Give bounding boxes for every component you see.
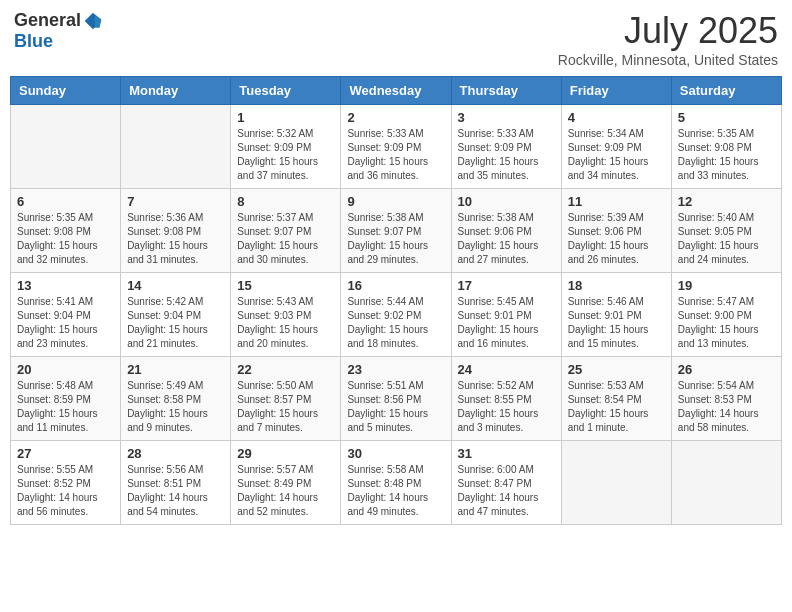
day-info: Sunrise: 5:37 AM Sunset: 9:07 PM Dayligh… xyxy=(237,211,334,267)
day-number: 19 xyxy=(678,278,775,293)
day-info: Sunrise: 5:53 AM Sunset: 8:54 PM Dayligh… xyxy=(568,379,665,435)
day-info: Sunrise: 5:47 AM Sunset: 9:00 PM Dayligh… xyxy=(678,295,775,351)
day-info: Sunrise: 5:33 AM Sunset: 9:09 PM Dayligh… xyxy=(347,127,444,183)
day-number: 8 xyxy=(237,194,334,209)
calendar-cell: 19Sunrise: 5:47 AM Sunset: 9:00 PM Dayli… xyxy=(671,273,781,357)
calendar-header-friday: Friday xyxy=(561,77,671,105)
calendar-cell: 7Sunrise: 5:36 AM Sunset: 9:08 PM Daylig… xyxy=(121,189,231,273)
day-number: 22 xyxy=(237,362,334,377)
calendar-cell: 21Sunrise: 5:49 AM Sunset: 8:58 PM Dayli… xyxy=(121,357,231,441)
calendar-cell: 15Sunrise: 5:43 AM Sunset: 9:03 PM Dayli… xyxy=(231,273,341,357)
day-number: 26 xyxy=(678,362,775,377)
day-info: Sunrise: 5:32 AM Sunset: 9:09 PM Dayligh… xyxy=(237,127,334,183)
calendar-cell: 5Sunrise: 5:35 AM Sunset: 9:08 PM Daylig… xyxy=(671,105,781,189)
calendar-cell: 13Sunrise: 5:41 AM Sunset: 9:04 PM Dayli… xyxy=(11,273,121,357)
calendar-week-5: 27Sunrise: 5:55 AM Sunset: 8:52 PM Dayli… xyxy=(11,441,782,525)
calendar-cell: 29Sunrise: 5:57 AM Sunset: 8:49 PM Dayli… xyxy=(231,441,341,525)
day-number: 9 xyxy=(347,194,444,209)
calendar-header-sunday: Sunday xyxy=(11,77,121,105)
day-number: 14 xyxy=(127,278,224,293)
day-info: Sunrise: 5:54 AM Sunset: 8:53 PM Dayligh… xyxy=(678,379,775,435)
day-info: Sunrise: 5:38 AM Sunset: 9:06 PM Dayligh… xyxy=(458,211,555,267)
day-info: Sunrise: 5:39 AM Sunset: 9:06 PM Dayligh… xyxy=(568,211,665,267)
calendar-cell: 6Sunrise: 5:35 AM Sunset: 9:08 PM Daylig… xyxy=(11,189,121,273)
calendar-cell: 26Sunrise: 5:54 AM Sunset: 8:53 PM Dayli… xyxy=(671,357,781,441)
calendar-cell xyxy=(671,441,781,525)
calendar-cell: 31Sunrise: 6:00 AM Sunset: 8:47 PM Dayli… xyxy=(451,441,561,525)
day-number: 23 xyxy=(347,362,444,377)
calendar-cell: 28Sunrise: 5:56 AM Sunset: 8:51 PM Dayli… xyxy=(121,441,231,525)
calendar-week-2: 6Sunrise: 5:35 AM Sunset: 9:08 PM Daylig… xyxy=(11,189,782,273)
calendar-cell: 24Sunrise: 5:52 AM Sunset: 8:55 PM Dayli… xyxy=(451,357,561,441)
day-info: Sunrise: 5:46 AM Sunset: 9:01 PM Dayligh… xyxy=(568,295,665,351)
day-number: 4 xyxy=(568,110,665,125)
day-number: 7 xyxy=(127,194,224,209)
calendar-cell: 10Sunrise: 5:38 AM Sunset: 9:06 PM Dayli… xyxy=(451,189,561,273)
calendar-cell: 20Sunrise: 5:48 AM Sunset: 8:59 PM Dayli… xyxy=(11,357,121,441)
calendar-cell xyxy=(11,105,121,189)
calendar-cell: 25Sunrise: 5:53 AM Sunset: 8:54 PM Dayli… xyxy=(561,357,671,441)
title-section: July 2025 Rockville, Minnesota, United S… xyxy=(558,10,778,68)
calendar-cell: 27Sunrise: 5:55 AM Sunset: 8:52 PM Dayli… xyxy=(11,441,121,525)
day-number: 18 xyxy=(568,278,665,293)
calendar-header-saturday: Saturday xyxy=(671,77,781,105)
day-number: 10 xyxy=(458,194,555,209)
calendar-cell xyxy=(121,105,231,189)
day-info: Sunrise: 5:57 AM Sunset: 8:49 PM Dayligh… xyxy=(237,463,334,519)
day-info: Sunrise: 5:58 AM Sunset: 8:48 PM Dayligh… xyxy=(347,463,444,519)
month-title: July 2025 xyxy=(558,10,778,52)
day-info: Sunrise: 6:00 AM Sunset: 8:47 PM Dayligh… xyxy=(458,463,555,519)
day-number: 31 xyxy=(458,446,555,461)
calendar-cell: 16Sunrise: 5:44 AM Sunset: 9:02 PM Dayli… xyxy=(341,273,451,357)
day-info: Sunrise: 5:40 AM Sunset: 9:05 PM Dayligh… xyxy=(678,211,775,267)
calendar-table: SundayMondayTuesdayWednesdayThursdayFrid… xyxy=(10,76,782,525)
page-header: General Blue July 2025 Rockville, Minnes… xyxy=(10,10,782,68)
day-number: 17 xyxy=(458,278,555,293)
day-number: 25 xyxy=(568,362,665,377)
day-info: Sunrise: 5:34 AM Sunset: 9:09 PM Dayligh… xyxy=(568,127,665,183)
calendar-cell: 12Sunrise: 5:40 AM Sunset: 9:05 PM Dayli… xyxy=(671,189,781,273)
day-info: Sunrise: 5:52 AM Sunset: 8:55 PM Dayligh… xyxy=(458,379,555,435)
day-info: Sunrise: 5:48 AM Sunset: 8:59 PM Dayligh… xyxy=(17,379,114,435)
day-info: Sunrise: 5:44 AM Sunset: 9:02 PM Dayligh… xyxy=(347,295,444,351)
day-info: Sunrise: 5:35 AM Sunset: 9:08 PM Dayligh… xyxy=(17,211,114,267)
day-number: 3 xyxy=(458,110,555,125)
calendar-cell: 3Sunrise: 5:33 AM Sunset: 9:09 PM Daylig… xyxy=(451,105,561,189)
calendar-cell: 22Sunrise: 5:50 AM Sunset: 8:57 PM Dayli… xyxy=(231,357,341,441)
calendar-week-1: 1Sunrise: 5:32 AM Sunset: 9:09 PM Daylig… xyxy=(11,105,782,189)
day-number: 12 xyxy=(678,194,775,209)
calendar-cell: 11Sunrise: 5:39 AM Sunset: 9:06 PM Dayli… xyxy=(561,189,671,273)
day-number: 27 xyxy=(17,446,114,461)
calendar-cell xyxy=(561,441,671,525)
day-number: 13 xyxy=(17,278,114,293)
day-number: 2 xyxy=(347,110,444,125)
day-number: 1 xyxy=(237,110,334,125)
calendar-cell: 30Sunrise: 5:58 AM Sunset: 8:48 PM Dayli… xyxy=(341,441,451,525)
calendar-cell: 18Sunrise: 5:46 AM Sunset: 9:01 PM Dayli… xyxy=(561,273,671,357)
logo-general-text: General xyxy=(14,10,81,31)
day-number: 21 xyxy=(127,362,224,377)
calendar-cell: 8Sunrise: 5:37 AM Sunset: 9:07 PM Daylig… xyxy=(231,189,341,273)
location-text: Rockville, Minnesota, United States xyxy=(558,52,778,68)
day-info: Sunrise: 5:55 AM Sunset: 8:52 PM Dayligh… xyxy=(17,463,114,519)
calendar-cell: 14Sunrise: 5:42 AM Sunset: 9:04 PM Dayli… xyxy=(121,273,231,357)
calendar-header-wednesday: Wednesday xyxy=(341,77,451,105)
day-info: Sunrise: 5:33 AM Sunset: 9:09 PM Dayligh… xyxy=(458,127,555,183)
day-number: 30 xyxy=(347,446,444,461)
day-info: Sunrise: 5:45 AM Sunset: 9:01 PM Dayligh… xyxy=(458,295,555,351)
calendar-header-monday: Monday xyxy=(121,77,231,105)
logo: General Blue xyxy=(14,10,103,52)
day-info: Sunrise: 5:36 AM Sunset: 9:08 PM Dayligh… xyxy=(127,211,224,267)
calendar-header-row: SundayMondayTuesdayWednesdayThursdayFrid… xyxy=(11,77,782,105)
logo-icon xyxy=(83,11,103,31)
calendar-cell: 4Sunrise: 5:34 AM Sunset: 9:09 PM Daylig… xyxy=(561,105,671,189)
day-info: Sunrise: 5:42 AM Sunset: 9:04 PM Dayligh… xyxy=(127,295,224,351)
day-number: 16 xyxy=(347,278,444,293)
logo-blue-text: Blue xyxy=(14,31,53,52)
calendar-week-4: 20Sunrise: 5:48 AM Sunset: 8:59 PM Dayli… xyxy=(11,357,782,441)
day-info: Sunrise: 5:35 AM Sunset: 9:08 PM Dayligh… xyxy=(678,127,775,183)
day-number: 29 xyxy=(237,446,334,461)
day-info: Sunrise: 5:38 AM Sunset: 9:07 PM Dayligh… xyxy=(347,211,444,267)
calendar-cell: 23Sunrise: 5:51 AM Sunset: 8:56 PM Dayli… xyxy=(341,357,451,441)
day-number: 11 xyxy=(568,194,665,209)
